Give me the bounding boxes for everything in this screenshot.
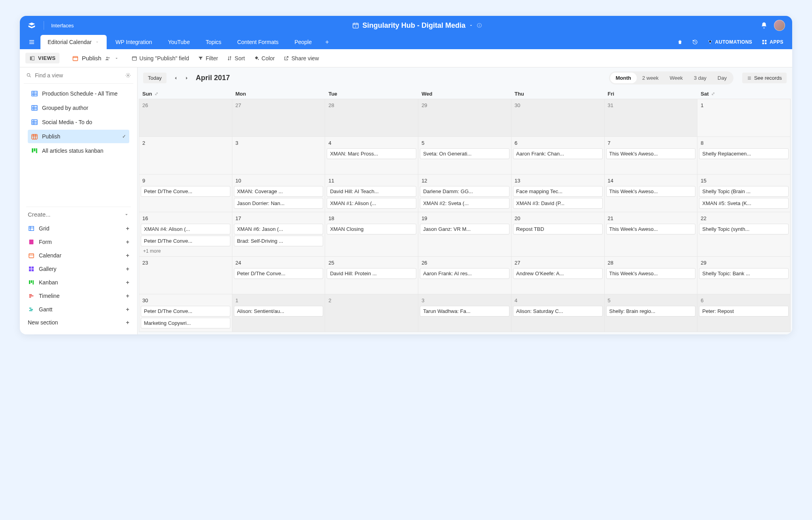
calendar-cell[interactable]: 26 [139,99,232,137]
create-calendar-button[interactable]: Calendar+ [26,249,131,262]
calendar-event[interactable]: Alison: Sentient/au... [234,306,324,317]
calendar-event[interactable]: Peter D/The Conve... [234,268,324,279]
calendar-cell[interactable]: 28This Week's Aweso... [604,256,698,294]
calendar-cell[interactable]: 15Shelly Topic (Brain ...XMAN #5: Sveta … [697,174,791,212]
calendar-event[interactable]: XMAN: Marc Pross... [327,148,416,159]
calendar-event[interactable]: XMAN Closing [327,224,416,234]
calendar-event[interactable]: David Hill: AI Teach... [327,186,416,197]
calendar-cell[interactable]: 30 [511,99,605,137]
calendar-event[interactable]: Alison: Saturday C... [513,306,603,317]
create-grid-button[interactable]: Grid+ [26,222,131,235]
sidebar-view-item[interactable]: Publish✓ [28,130,129,143]
next-button[interactable] [182,74,192,83]
trash-icon[interactable] [673,37,687,47]
sidebar-view-item[interactable]: Social Media - To do [28,115,129,129]
calendar-cell[interactable]: 2 [325,294,418,332]
calendar-cell[interactable]: 24Peter D/The Conve... [232,256,326,294]
calendar-event[interactable]: Shelly Topic (Brain ... [699,186,789,197]
range-week[interactable]: Week [664,73,688,83]
calendar-event[interactable]: Jason Dorrier: Nan... [234,198,324,209]
calendar-event[interactable]: Aaron Frank: Chan... [513,148,603,159]
calendar-cell[interactable]: 18XMAN Closing [325,212,418,257]
automations-button[interactable]: AUTOMATIONS [703,37,756,47]
calendar-event[interactable]: Shelly Topic: Bank ... [699,268,789,279]
calendar-cell[interactable]: 7This Week's Aweso... [604,136,698,175]
share-button[interactable]: Share view [283,55,319,61]
today-button[interactable]: Today [143,73,167,83]
color-button[interactable]: Color [254,55,275,61]
calendar-cell[interactable]: 17XMAN #6: Jason (...Brad: Self-Driving … [232,212,326,257]
calendar-event[interactable]: Shelly Topic (synth... [699,224,789,234]
create-timeline-button[interactable]: Timeline+ [26,289,131,303]
calendar-event[interactable]: XMAN: Coverage ... [234,186,324,197]
create-gallery-button[interactable]: Gallery+ [26,262,131,276]
range-2week[interactable]: 2 week [637,73,664,83]
calendar-event[interactable]: Sveta: On Generati... [420,148,509,159]
calendar-cell[interactable]: 22Shelly Topic (synth... [697,212,791,257]
add-table-button[interactable] [320,37,334,47]
sidebar-view-item[interactable]: Production Schedule - All Time [28,87,129,100]
avatar[interactable] [774,20,785,31]
interfaces-link[interactable]: Interfaces [51,23,74,29]
calendar-cell[interactable]: 16XMAN #4: Alison (...Peter D/The Conve.… [139,212,232,257]
create-kanban-button[interactable]: Kanban+ [26,276,131,289]
calendar-event[interactable]: Aaron Frank: AI res... [420,268,509,279]
calendar-cell[interactable]: 5Shelly: Brain regio... [604,294,698,332]
tab-youtube[interactable]: YouTube [161,35,197,49]
calendar-event[interactable]: This Week's Aweso... [606,186,696,197]
calendar-cell[interactable]: 12Darlene Damm: GG...XMAN #2: Sveta (... [418,174,511,212]
tab-topics[interactable]: Topics [199,35,229,49]
calendar-event[interactable]: XMAN #6: Jason (... [234,224,324,234]
calendar-event[interactable]: David Hill: Protein ... [327,268,416,279]
calendar-cell[interactable]: 11David Hill: AI Teach...XMAN #1: Alison… [325,174,418,212]
calendar-event[interactable]: Repost TBD [513,224,603,234]
calendar-event[interactable]: Shelly: Brain regio... [606,306,696,317]
tab-people[interactable]: People [287,35,319,49]
sort-button[interactable]: Sort [227,55,245,61]
calendar-event[interactable]: Brad: Self-Driving ... [234,236,324,246]
calendar-event[interactable]: Peter D/The Conve... [141,306,230,317]
menu-icon[interactable] [25,36,39,48]
calendar-event[interactable]: Shelly Replacemen... [699,148,789,159]
range-3day[interactable]: 3 day [688,73,712,83]
filter-button[interactable]: Filter [198,55,218,61]
current-view[interactable]: Publish [68,52,123,64]
create-section-toggle[interactable]: Create... [26,207,131,222]
history-icon[interactable] [688,37,702,47]
calendar-event[interactable]: Marketing Copywri... [141,318,230,328]
calendar-cell[interactable]: 19Jason Ganz: VR M... [418,212,511,257]
calendar-cell[interactable]: 8Shelly Replacemen... [697,136,791,175]
calendar-cell[interactable]: 2 [139,136,232,175]
views-button[interactable]: VIEWS [25,53,59,63]
calendar-event[interactable]: XMAN #5: Sveta (K... [699,198,789,209]
calendar-cell[interactable]: 27Andrew O'Keefe: A... [511,256,605,294]
calendar-cell[interactable]: 10XMAN: Coverage ...Jason Dorrier: Nan..… [232,174,326,212]
calendar-event[interactable]: Peter D/The Conve... [141,186,230,197]
calendar-event[interactable]: XMAN #1: Alison (... [327,198,416,209]
tab-content-formats[interactable]: Content Formats [230,35,285,49]
calendar-cell[interactable]: 31 [604,99,698,137]
app-logo-icon[interactable] [27,21,36,30]
calendar-event[interactable]: This Week's Aweso... [606,148,696,159]
info-icon[interactable] [477,23,482,28]
calendar-cell[interactable]: 29 [418,99,511,137]
sidebar-view-item[interactable]: All articles status kanban [28,144,129,157]
expand-icon[interactable]: ⤢ [711,91,715,96]
bell-icon[interactable] [760,22,768,29]
calendar-cell[interactable]: 26Aaron Frank: AI res... [418,256,511,294]
calendar-cell[interactable]: 4XMAN: Marc Pross... [325,136,418,175]
tab-wp-integration[interactable]: WP Integration [108,35,159,49]
tab-editorial-calendar[interactable]: Editorial Calendar [40,35,107,49]
prev-button[interactable] [170,74,181,83]
calendar-cell[interactable]: 25David Hill: Protein ... [325,256,418,294]
see-records-button[interactable]: See records [742,73,787,83]
calendar-cell[interactable]: 1Alison: Sentient/au... [232,294,326,332]
calendar-cell[interactable]: 29Shelly Topic: Bank ... [697,256,791,294]
calendar-cell[interactable]: 6Aaron Frank: Chan... [511,136,605,175]
calendar-cell[interactable]: 14This Week's Aweso... [604,174,698,212]
calendar-event[interactable]: Face mapping Tec... [513,186,603,197]
calendar-event[interactable]: XMAN #4: Alison (... [141,224,230,234]
calendar-cell[interactable]: 9Peter D/The Conve... [139,174,232,212]
calendar-cell[interactable]: 20Repost TBD [511,212,605,257]
calendar-cell[interactable]: 3Tarun Wadhwa: Fa... [418,294,511,332]
